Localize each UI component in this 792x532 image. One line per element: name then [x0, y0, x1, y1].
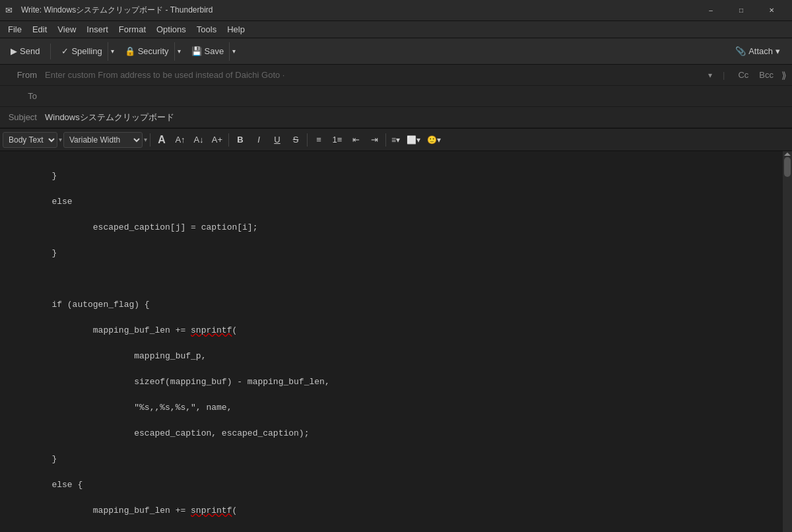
- save-dropdown[interactable]: ▾: [229, 42, 238, 61]
- minimize-button[interactable]: –: [696, 0, 726, 21]
- code-line: }: [11, 453, 772, 466]
- to-label: To: [5, 91, 45, 101]
- increase-font-button[interactable]: A↑: [172, 132, 189, 148]
- font-group: Variable Width ▾: [63, 132, 147, 148]
- to-row: To: [0, 86, 792, 107]
- align-icon: ≡: [391, 135, 396, 145]
- insert-icon: ⬜: [407, 135, 416, 145]
- menu-help[interactable]: Help: [222, 23, 250, 36]
- code-line: else {: [11, 479, 772, 492]
- editor-content[interactable]: } else escaped_caption[j] = caption[i]; …: [0, 151, 783, 532]
- expand-button[interactable]: ⟫: [781, 70, 787, 81]
- code-line: mapping_buf_p,: [11, 350, 772, 363]
- underline-button[interactable]: U: [269, 132, 286, 148]
- body-text-group: Body Text ▾: [3, 132, 62, 148]
- menu-file[interactable]: File: [3, 23, 27, 36]
- from-dropdown-button[interactable]: ▾: [708, 71, 712, 80]
- fmt-divider-3: [307, 133, 308, 147]
- menu-insert[interactable]: Insert: [81, 23, 114, 36]
- save-button[interactable]: 💾 Save: [186, 42, 230, 61]
- code-line: "%s,,%s,%s,", name,: [11, 401, 772, 415]
- close-button[interactable]: ✕: [756, 0, 787, 21]
- insert-arrow: ▾: [416, 135, 420, 145]
- bold-button[interactable]: B: [232, 132, 249, 148]
- scroll-thumb[interactable]: [784, 157, 791, 177]
- attach-button[interactable]: 📎 Attach ▾: [729, 44, 787, 59]
- save-group: 💾 Save ▾: [186, 42, 239, 61]
- italic-button[interactable]: I: [250, 132, 267, 148]
- insert-dropdown[interactable]: ⬜ ▾: [404, 132, 423, 148]
- fmt-divider-1: [150, 133, 150, 147]
- format-toolbar: Body Text ▾ Variable Width ▾ A A↑ A↓ A+ …: [0, 129, 792, 151]
- code-line: if (autogen_flag) {: [11, 298, 772, 312]
- menu-format[interactable]: Format: [114, 23, 151, 36]
- vertical-scrollbar[interactable]: [783, 151, 792, 532]
- send-group: ▶ Send: [5, 42, 45, 61]
- font-dropdown-icon: ▾: [144, 136, 147, 143]
- from-input[interactable]: [45, 67, 708, 83]
- app-icon: ✉: [5, 5, 16, 16]
- increase-font-icon: A↑: [175, 135, 185, 145]
- spelling-button[interactable]: ✓ Spelling: [56, 42, 107, 61]
- code-line: }: [11, 170, 772, 183]
- attach-icon: 📎: [735, 46, 746, 56]
- text-color-icon: A: [158, 134, 166, 146]
- attach-dropdown-icon: ▾: [776, 46, 780, 56]
- code-line: [11, 273, 772, 286]
- spelling-group: ✓ Spelling ▾: [56, 42, 116, 61]
- indent-button[interactable]: ⇥: [366, 132, 383, 148]
- menu-tools[interactable]: Tools: [191, 23, 222, 36]
- spelling-icon: ✓: [61, 46, 69, 56]
- editor-area: } else escaped_caption[j] = caption[i]; …: [0, 151, 792, 532]
- menu-view[interactable]: View: [52, 23, 81, 36]
- menu-options[interactable]: Options: [151, 23, 191, 36]
- code-line: escaped_caption, escaped_caption);: [11, 427, 772, 440]
- code-line: escaped_caption[j] = caption[i];: [11, 221, 772, 234]
- bcc-button[interactable]: Bcc: [756, 69, 776, 81]
- maximize-button[interactable]: □: [726, 0, 756, 21]
- fmt-divider-2: [228, 133, 229, 147]
- menubar: File Edit View Insert Format Options Too…: [0, 21, 792, 38]
- paragraph-dropdown-icon: ▾: [59, 136, 62, 143]
- window-title: Write: Windowsシステムクリップボード - Thunderbird: [21, 5, 696, 16]
- code-line: }: [11, 247, 772, 260]
- save-icon: 💾: [191, 46, 202, 56]
- security-dropdown[interactable]: ▾: [174, 42, 183, 61]
- spelling-dropdown[interactable]: ▾: [108, 42, 117, 61]
- outdent-button[interactable]: ⇤: [347, 132, 364, 148]
- subject-input[interactable]: [45, 110, 787, 125]
- text-color-button[interactable]: A: [153, 132, 170, 148]
- scroll-up-arrow[interactable]: [784, 152, 791, 156]
- send-icon: ▶: [11, 46, 17, 56]
- emoji-arrow: ▾: [437, 135, 441, 145]
- from-label: From: [5, 70, 45, 80]
- titlebar: ✉ Write: Windowsシステムクリップボード - Thunderbir…: [0, 0, 792, 21]
- emoji-dropdown[interactable]: 🙂 ▾: [424, 132, 444, 148]
- header-area: From ▾ | Cc Bcc ⟫ To Subject: [0, 65, 792, 129]
- strikethrough-button[interactable]: S: [287, 132, 304, 148]
- header-separator: |: [723, 70, 725, 80]
- emoji-icon: 🙂: [427, 135, 437, 145]
- subject-label: Subject: [5, 112, 45, 122]
- menu-edit[interactable]: Edit: [27, 23, 52, 36]
- main-toolbar: ▶ Send ✓ Spelling ▾ 🔒 Security ▾ 💾 Save: [0, 38, 792, 65]
- unordered-list-button[interactable]: ≡: [310, 132, 327, 148]
- subject-row: Subject: [0, 107, 792, 128]
- align-arrow: ▾: [396, 135, 400, 145]
- paragraph-style-select[interactable]: Body Text: [3, 132, 57, 148]
- send-button[interactable]: ▶ Send: [5, 42, 45, 61]
- security-group: 🔒 Security ▾: [119, 42, 183, 61]
- font-size-button[interactable]: A+: [209, 132, 226, 148]
- decrease-font-icon: A↓: [193, 135, 203, 145]
- decrease-font-button[interactable]: A↓: [190, 132, 207, 148]
- code-line: sizeof(mapping_buf) - mapping_buf_len,: [11, 376, 772, 389]
- to-input[interactable]: [45, 88, 787, 104]
- align-dropdown[interactable]: ≡ ▾: [389, 132, 403, 148]
- code-line: mapping_buf_len += snprintf(: [11, 504, 772, 517]
- cc-button[interactable]: Cc: [735, 69, 751, 81]
- security-button[interactable]: 🔒 Security: [119, 42, 174, 61]
- code-line: else: [11, 195, 772, 209]
- code-line: mapping_buf_p,: [11, 530, 772, 533]
- ordered-list-button[interactable]: 1≡: [329, 132, 346, 148]
- font-select[interactable]: Variable Width: [63, 132, 143, 148]
